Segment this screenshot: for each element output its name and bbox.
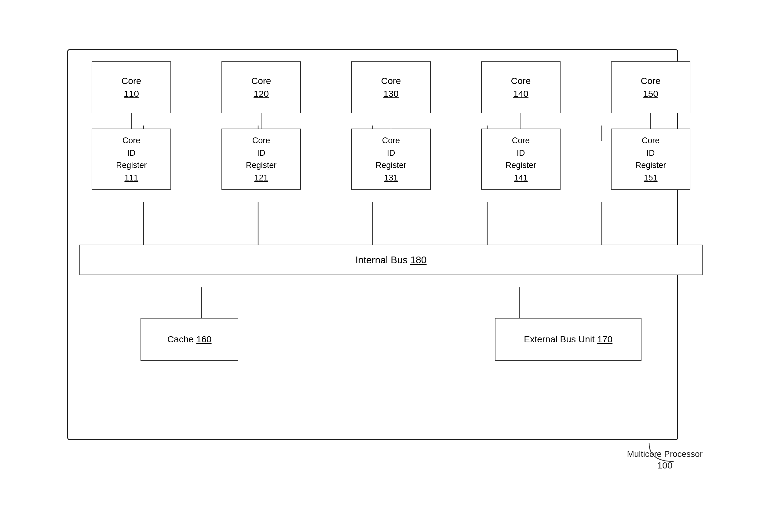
core-block-120: Core120CoreIDRegister121 [209, 61, 313, 190]
core-top-box-120: Core120 [221, 61, 301, 113]
connector-top-120 [261, 113, 261, 129]
curve-arrow-svg [646, 440, 680, 468]
cache-section: Cache 160 [141, 318, 238, 361]
core-top-box-150: Core150 [611, 61, 690, 113]
core-top-box-130: Core130 [351, 61, 431, 113]
core-block-110: Core110CoreIDRegister111 [79, 61, 183, 190]
internal-bus-row: Internal Bus 180 [79, 245, 703, 275]
core-id-box-141: CoreIDRegister141 [481, 129, 561, 190]
page-container: Core110CoreIDRegister111Core120CoreIDReg… [25, 22, 757, 510]
diagram-wrapper: Core110CoreIDRegister111Core120CoreIDReg… [55, 37, 727, 495]
core-id-box-111: CoreIDRegister111 [92, 129, 171, 190]
connector-top-150 [650, 113, 651, 129]
core-block-150: Core150CoreIDRegister151 [599, 61, 703, 190]
cache-box: Cache 160 [141, 318, 238, 361]
core-id-box-121: CoreIDRegister121 [221, 129, 301, 190]
core-id-box-131: CoreIDRegister131 [351, 129, 431, 190]
ebu-section: External Bus Unit 170 [495, 318, 641, 361]
cores-row: Core110CoreIDRegister111Core120CoreIDReg… [79, 61, 703, 190]
core-id-box-151: CoreIDRegister151 [611, 129, 690, 190]
internal-bus-box: Internal Bus 180 [79, 245, 703, 275]
core-top-box-140: Core140 [481, 61, 561, 113]
external-bus-unit-box: External Bus Unit 170 [495, 318, 641, 361]
bottom-row: Cache 160 External Bus Unit 170 [79, 318, 703, 361]
connector-top-110 [131, 113, 132, 129]
connector-top-140 [521, 113, 521, 129]
internal-bus-label: Internal Bus 180 [355, 254, 426, 266]
core-top-box-110: Core110 [92, 61, 171, 113]
core-block-140: Core140CoreIDRegister141 [469, 61, 573, 190]
connector-top-130 [391, 113, 391, 129]
core-block-130: Core130CoreIDRegister131 [339, 61, 443, 190]
